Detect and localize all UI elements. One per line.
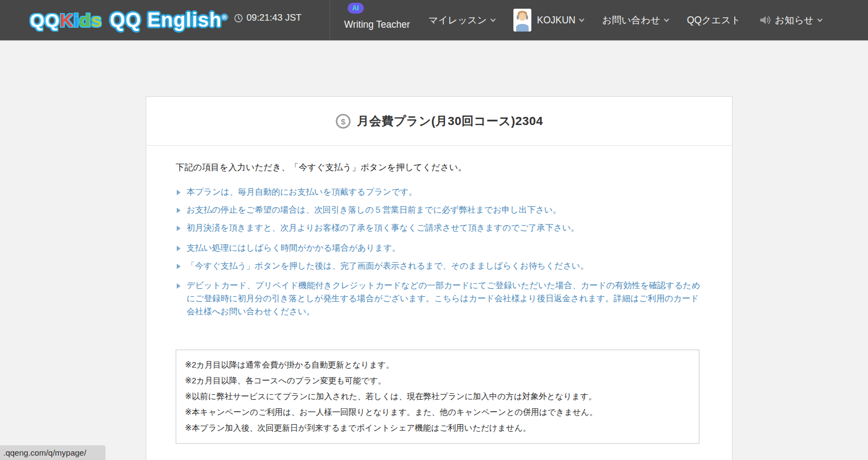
ai-badge: AI — [348, 3, 364, 14]
nav-item-qq-quest[interactable]: QQクエスト — [678, 0, 750, 40]
payment-plan-card: $ 月会費プラン(月30回コース)2304 下記の項目を入力いただき、「今すぐ支… — [146, 96, 733, 460]
nav-item-contact[interactable]: お問い合わせ — [593, 0, 678, 40]
qq-kids-logo: QQKids — [30, 10, 102, 31]
browser-status-url: .qqeng.com/q/mypage/ — [0, 445, 106, 460]
svg-text:$: $ — [341, 116, 346, 126]
notice-line: ※2カ月目以降、各コースへのプラン変更も可能です。 — [185, 372, 690, 388]
server-clock: 09:21:43 JST — [234, 13, 301, 23]
notice-line: ※本プラン加入後、次回更新日が到来するまでポイントシェア機能はご利用いただけませ… — [185, 420, 690, 436]
chevron-down-icon — [817, 16, 823, 22]
notice-line: ※2カ月目以降は通常会費が掛かる自動更新となります。 — [185, 357, 690, 372]
notice-line: ※以前に弊社サービスにてプランに加入された、若しくは、現在弊社プランに加入中の方… — [185, 388, 690, 404]
bullet-item: 「今すぐ支払う」ボタンを押した後は、完了画面が表示されるまで、そのまましばらくお… — [176, 259, 703, 272]
chevron-down-icon — [664, 16, 669, 22]
bullet-group-1: 本プランは、毎月自動的にお支払いを頂戴するプランです。 お支払の停止をご希望の場… — [176, 185, 703, 235]
bullet-item: 支払い処理にはしばらく時間がかかる場合があります。 — [176, 241, 703, 254]
nav-label: お問い合わせ — [602, 14, 660, 27]
notice-line: ※本キャンペーンのご利用は、お一人様一回限りとなります。また、他のキャンペーンと… — [185, 404, 690, 420]
bullet-item: 初月決済を頂きますと、次月よりお客様の了承を頂く事なくご請求させて頂きますのでご… — [176, 221, 703, 234]
registered-mark: ® — [222, 13, 228, 21]
campaign-notice-box: ※2カ月目以降は通常会費が掛かる自動更新となります。 ※2カ月目以降、各コースへ… — [176, 350, 699, 444]
nav-label: Writing Teacher — [344, 19, 410, 30]
nav-label: QQクエスト — [687, 14, 741, 27]
plan-card-header: $ 月会費プラン(月30回コース)2304 — [146, 97, 732, 146]
browser-page: { "theme": { "header_bg": "#474747", "pa… — [0, 0, 868, 460]
nav-item-user-account[interactable]: KOJKUN — [504, 0, 593, 40]
qq-english-logo: QQ English® — [110, 9, 228, 32]
nav-label: マイレッスン — [429, 14, 487, 27]
dollar-circle-icon: $ — [335, 113, 351, 129]
intro-text: 下記の項目を入力いただき、「今すぐ支払う」ボタンを押してください。 — [176, 162, 703, 173]
nav-label: お知らせ — [775, 14, 814, 27]
nav-item-writing-teacher[interactable]: AI Writing Teacher — [330, 0, 419, 40]
site-logo[interactable]: QQKids QQ English® — [30, 9, 227, 32]
clock-time: 09:21:43 JST — [246, 13, 301, 23]
chevron-down-icon — [491, 16, 496, 22]
nav-menu: AI Writing Teacher マイレッスン KOJKUN お問い合わせ … — [330, 0, 868, 40]
nav-item-my-lesson[interactable]: マイレッスン — [419, 0, 504, 40]
top-navigation-bar: QQKids QQ English® 09:21:43 JST AI Writi… — [0, 0, 868, 41]
chevron-down-icon — [579, 16, 585, 22]
plan-card-body: 下記の項目を入力いただき、「今すぐ支払う」ボタンを押してください。 本プランは、… — [146, 146, 732, 444]
speaker-icon — [759, 15, 771, 26]
nav-username: KOJKUN — [537, 15, 575, 26]
bullet-group-3: デビットカード、プリペイド機能付きクレジットカードなどの一部カードにてご登録いた… — [176, 279, 703, 319]
bullet-item: お支払の停止をご希望の場合は、次回引き落しの５営業日前までに必ず弊社までお申し出… — [176, 203, 703, 216]
bullet-item: 本プランは、毎月自動的にお支払いを頂戴するプランです。 — [176, 185, 703, 198]
user-avatar — [513, 9, 531, 32]
status-url-text: .qqeng.com/q/mypage/ — [3, 448, 86, 457]
nav-item-news[interactable]: お知らせ — [750, 0, 831, 40]
bullet-group-2: 支払い処理にはしばらく時間がかかる場合があります。 「今すぐ支払う」ボタンを押し… — [176, 241, 703, 272]
clock-icon — [234, 14, 243, 23]
page-title: 月会費プラン(月30回コース)2304 — [357, 113, 543, 129]
bullet-item: デビットカード、プリペイド機能付きクレジットカードなどの一部カードにてご登録いた… — [176, 279, 703, 319]
